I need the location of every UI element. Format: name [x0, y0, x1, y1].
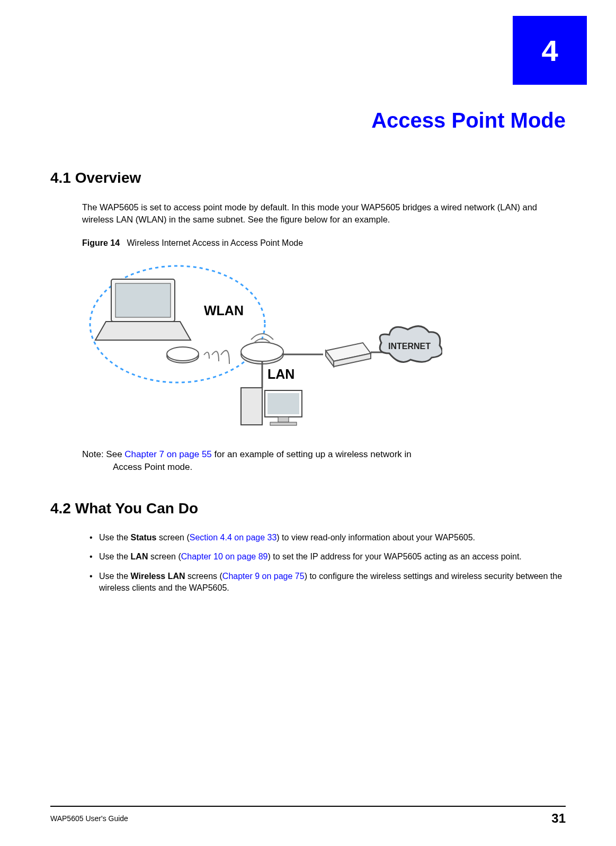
svg-point-4	[167, 347, 199, 361]
section-heading-overview: 4.1 Overview	[50, 170, 566, 186]
note-block: Note: See Chapter 7 on page 55 for an ex…	[82, 448, 566, 474]
cross-ref-link[interactable]: Section 4.4 on page 33	[190, 533, 277, 542]
figure-diagram: INTERNET WLAN LAN	[82, 255, 442, 435]
lan-label: LAN	[267, 367, 294, 382]
svg-rect-13	[270, 422, 297, 425]
page-title: Access Point Mode	[371, 109, 566, 132]
footer-page-number: 31	[551, 811, 566, 826]
screen-name: Wireless LAN	[131, 572, 185, 581]
content-area: 4.1 Overview The WAP5605 is set to acces…	[50, 170, 566, 601]
figure-caption: Figure 14 Wireless Internet Access in Ac…	[82, 238, 566, 248]
footer-guide-name: WAP5605 User's Guide	[50, 814, 128, 823]
wlan-label: WLAN	[204, 303, 244, 318]
cross-ref-link[interactable]: Chapter 9 on page 75	[222, 572, 305, 581]
svg-rect-9	[241, 388, 262, 425]
chapter-number-text: 4	[541, 33, 558, 68]
page-footer: WAP5605 User's Guide 31	[50, 806, 566, 826]
network-diagram-svg: INTERNET	[82, 255, 442, 435]
figure-caption-text: Wireless Internet Access in Access Point…	[127, 238, 303, 247]
note-link[interactable]: Chapter 7 on page 55	[124, 449, 211, 459]
chapter-number-badge: 4	[513, 16, 587, 85]
note-suffix: Access Point mode.	[113, 461, 566, 474]
internet-cloud-label: INTERNET	[388, 342, 431, 351]
section-heading-whatyoucando: 4.2 What You Can Do	[50, 500, 566, 517]
svg-point-6	[241, 342, 283, 361]
svg-rect-2	[115, 283, 171, 317]
list-item: Use the Status screen (Section 4.4 on pa…	[90, 532, 566, 544]
list-item: Use the Wireless LAN screens (Chapter 9 …	[90, 571, 566, 594]
feature-bullet-list: Use the Status screen (Section 4.4 on pa…	[90, 532, 566, 594]
list-item: Use the LAN screen (Chapter 10 on page 8…	[90, 551, 566, 563]
note-middle: for an example of setting up a wireless …	[212, 449, 412, 459]
screen-name: Status	[131, 533, 157, 542]
overview-body-text: The WAP5605 is set to access point mode …	[82, 201, 566, 226]
cross-ref-link[interactable]: Chapter 10 on page 89	[181, 552, 268, 561]
svg-rect-12	[278, 417, 289, 422]
note-prefix: Note: See	[82, 449, 124, 459]
figure-label: Figure 14	[82, 238, 120, 247]
screen-name: LAN	[131, 552, 148, 561]
svg-rect-11	[267, 393, 299, 414]
